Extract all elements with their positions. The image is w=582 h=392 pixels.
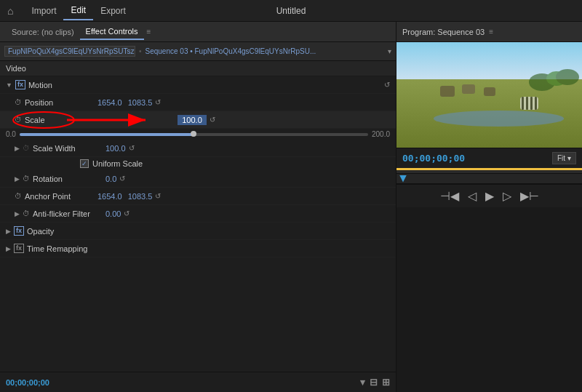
motion-fx-badge: fx <box>15 80 25 89</box>
tab-effect-controls[interactable]: Effect Controls <box>80 24 144 40</box>
scale-width-stopwatch[interactable]: ⏱ <box>23 144 30 152</box>
effect-controls-panel: FupNlPoQuX4gsC9lEqUYsNrRpSUTsztq1U... ▾ … <box>0 42 396 392</box>
scale-stopwatch-icon[interactable]: ⏱ <box>15 116 22 124</box>
svg-rect-12 <box>530 97 533 110</box>
position-stopwatch-icon[interactable]: ⏱ <box>15 98 22 106</box>
playhead-bar <box>396 174 582 184</box>
anchor-stopwatch[interactable]: ⏱ <box>15 192 22 200</box>
time-remap-row: ▶ fx Time Remapping <box>0 240 396 257</box>
timeremap-fx-badge: fx <box>14 244 24 253</box>
menu-edit[interactable]: Edit <box>63 1 93 20</box>
scale-width-row: ▶ ⏱ Scale Width 100.0 ↺ <box>0 140 396 157</box>
antiflicker-value[interactable]: 0.00 <box>105 209 121 218</box>
position-row: ⏱ Position 1654.0 1083.5 ↺ <box>0 94 396 111</box>
antiflicker-expand[interactable]: ▶ <box>15 210 20 217</box>
app-title: Untitled <box>276 6 306 16</box>
play-button[interactable]: ▶ <box>485 189 494 203</box>
program-preview <box>396 42 582 148</box>
scale-min-label: 0.0 <box>6 130 16 138</box>
svg-rect-11 <box>526 97 528 110</box>
uniform-scale-checkbox[interactable]: ✓ <box>80 159 89 168</box>
rotation-reset-icon[interactable]: ↺ <box>119 175 125 183</box>
scale-max-label: 200.0 <box>372 130 390 138</box>
position-y-value[interactable]: 1083.5 <box>128 98 153 107</box>
opacity-fx-badge: fx <box>14 226 24 236</box>
bottom-icons: ▾ ⊟ ⊞ <box>360 377 390 388</box>
source-clip-dropdown[interactable]: FupNlPoQuX4gsC9lEqUYsNrRpSUTsztq1U... ▾ <box>4 46 135 57</box>
home-icon[interactable]: ⌂ <box>7 5 13 17</box>
motion-label: Motion <box>28 81 381 89</box>
tab-source[interactable]: Source: (no clips) <box>6 25 80 39</box>
anchor-y-value[interactable]: 1083.5 <box>128 192 153 201</box>
expand-icon[interactable]: ⊞ <box>382 377 390 388</box>
opacity-expand[interactable]: ▶ <box>6 228 11 235</box>
rotation-stopwatch[interactable]: ⏱ <box>23 175 30 183</box>
anchor-x-value[interactable]: 1654.0 <box>97 192 122 201</box>
svg-rect-10 <box>522 97 524 110</box>
position-x-value[interactable]: 1654.0 <box>97 98 122 107</box>
video-section: Video ▼ fx Motion ↺ ⏱ Position 1654.0 10… <box>0 61 396 372</box>
left-panel: Source: (no clips) Effect Controls ≡ Fup… <box>0 22 396 392</box>
source-bar: FupNlPoQuX4gsC9lEqUYsNrRpSUTsztq1U... ▾ … <box>0 42 396 61</box>
anchor-reset-icon[interactable]: ↺ <box>155 192 161 200</box>
scale-slider[interactable] <box>20 133 368 136</box>
seq-menu[interactable]: ▾ <box>388 47 391 55</box>
time-remap-label: Time Remapping <box>27 244 390 253</box>
program-yellow-bar <box>396 168 582 170</box>
scale-row: ⏱ Scale 100.0 <box>0 111 396 129</box>
rotation-row: ▶ ⏱ Rotation 0.0 ↺ <box>0 170 396 188</box>
playhead-triangle <box>399 175 407 183</box>
scale-reset-icon[interactable]: ↺ <box>210 116 215 124</box>
menu-export[interactable]: Export <box>93 2 133 20</box>
go-to-start-button[interactable]: ⊣◀ <box>440 189 459 203</box>
step-back-button[interactable]: ◁ <box>468 189 477 203</box>
sequence-label: Sequence 03 • FupNlPoQuX4gsC9lEqUYsNrRpS… <box>146 47 385 55</box>
video-section-header: Video <box>0 61 396 76</box>
rotation-label: Rotation <box>33 175 98 183</box>
anchor-label: Anchor Point <box>25 192 90 201</box>
program-menu-icon[interactable]: ≡ <box>489 28 493 36</box>
step-forward-button[interactable]: ▷ <box>503 189 511 203</box>
collapse-icon[interactable]: ⊟ <box>370 377 378 388</box>
scale-label: Scale <box>25 116 90 124</box>
timecode-bar: 00;00;00;00 Fit ▾ <box>396 148 582 168</box>
scale-width-value[interactable]: 100.0 <box>105 144 126 153</box>
svg-rect-8 <box>484 87 495 96</box>
position-reset-icon[interactable]: ↺ <box>155 98 161 106</box>
preview-image <box>396 42 582 148</box>
scale-slider-row: 0.0 200.0 <box>0 129 396 140</box>
motion-row: ▼ fx Motion ↺ <box>0 76 396 94</box>
scale-slider-thumb[interactable] <box>191 131 196 137</box>
scale-width-label: Scale Width <box>33 144 98 153</box>
svg-rect-6 <box>440 86 455 97</box>
effect-controls-menu-icon[interactable]: ≡ <box>147 28 151 36</box>
svg-point-5 <box>556 69 579 85</box>
menu-bar: ⌂ Import Edit Export Untitled <box>0 0 582 22</box>
effect-bottom-bar: 00;00;00;00 ▾ ⊟ ⊞ <box>0 372 396 392</box>
right-panel: Program: Sequence 03 ≡ <box>396 22 582 392</box>
scale-slider-fill <box>20 133 194 136</box>
motion-reset-icon[interactable]: ↺ <box>384 81 390 89</box>
scale-width-expand[interactable]: ▶ <box>15 145 20 152</box>
antiflicker-reset-icon[interactable]: ↺ <box>124 209 129 217</box>
menu-import[interactable]: Import <box>24 2 63 20</box>
go-to-end-button[interactable]: ▶⊢ <box>520 189 539 203</box>
scale-width-reset-icon[interactable]: ↺ <box>129 144 135 152</box>
timeremap-expand[interactable]: ▶ <box>6 245 11 252</box>
antiflicker-stopwatch[interactable]: ⏱ <box>23 209 30 217</box>
rotation-expand[interactable]: ▶ <box>15 175 20 183</box>
rotation-value[interactable]: 0.0 <box>105 175 116 183</box>
main-layout: Source: (no clips) Effect Controls ≡ Fup… <box>0 22 582 392</box>
svg-rect-7 <box>462 84 475 94</box>
position-label: Position <box>25 98 90 107</box>
filter-icon[interactable]: ▾ <box>360 377 365 388</box>
antiflicker-row: ▶ ⏱ Anti-flicker Filter 0.00 ↺ <box>0 205 396 223</box>
anchor-point-row: ⏱ Anchor Point 1654.0 1083.5 ↺ <box>0 188 396 205</box>
program-label: Program: Sequence 03 <box>402 28 485 36</box>
scale-value[interactable]: 100.0 <box>178 115 207 125</box>
program-timecode[interactable]: 00;00;00;00 <box>402 153 465 164</box>
motion-expand-arrow[interactable]: ▼ <box>6 81 12 89</box>
fit-dropdown[interactable]: Fit ▾ <box>552 152 576 164</box>
antiflicker-label: Anti-flicker Filter <box>33 209 98 218</box>
source-sep: • <box>139 47 142 55</box>
